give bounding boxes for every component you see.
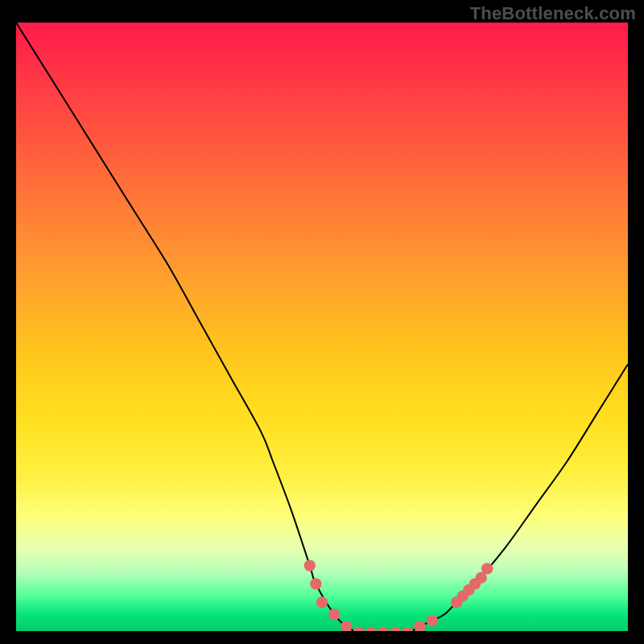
curve-svg xyxy=(16,23,628,633)
highlight-dot xyxy=(328,609,340,620)
highlight-dot xyxy=(310,578,321,589)
watermark-text: TheBottleneck.com xyxy=(470,3,636,24)
highlight-dot xyxy=(316,597,328,608)
highlight-dots xyxy=(304,559,493,633)
highlight-dot xyxy=(481,563,493,574)
bottleneck-curve xyxy=(16,23,628,633)
highlight-dot xyxy=(427,615,438,626)
highlight-dot xyxy=(304,559,316,571)
x-axis-line xyxy=(16,631,628,633)
chart-frame: TheBottleneck.com xyxy=(0,0,644,644)
